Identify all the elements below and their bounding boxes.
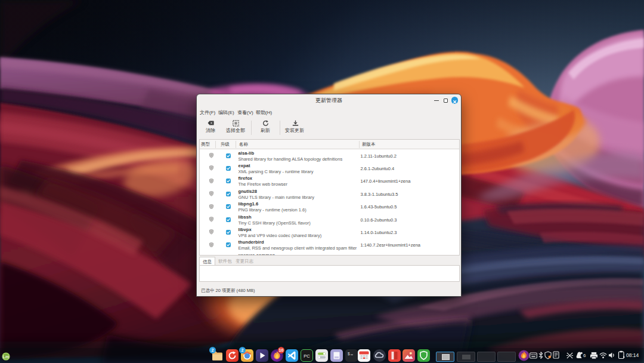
svg-text:Lm: Lm	[3, 355, 10, 359]
svg-text:PC: PC	[304, 353, 310, 359]
svg-text:$: $	[348, 352, 350, 356]
